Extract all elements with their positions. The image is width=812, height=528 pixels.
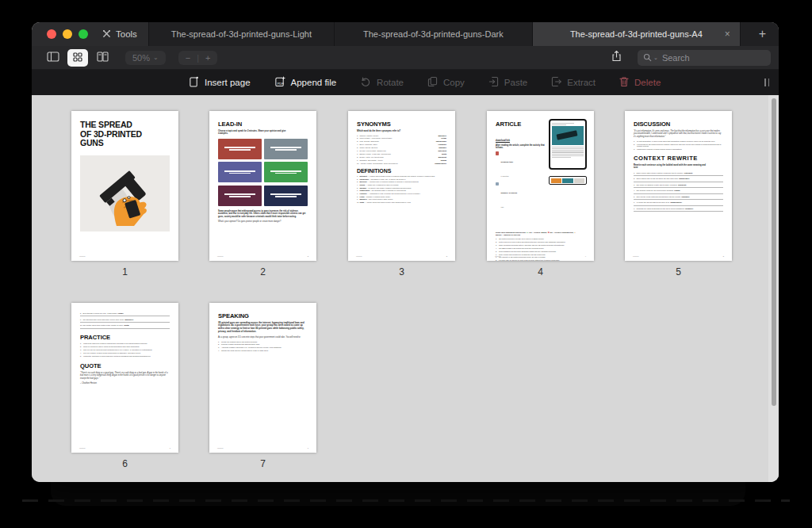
definition-row: Lethal – Capable of causing death; deadl… (357, 196, 446, 198)
footer-brand: eslbrains (217, 447, 224, 449)
synonym-row: Bullet, Cartridge, ShellLoophole (357, 143, 446, 146)
tab-light-version[interactable]: The-spread-of-3d-printed-guns-Light (148, 22, 334, 46)
title-bar: Tools The-spread-of-3d-printed-guns-Ligh… (32, 22, 779, 46)
footer-page-number: 2 (308, 255, 308, 257)
page-slot-6: Even though it looked like a toy, it was… (71, 303, 178, 469)
footer-brand: eslbrains (217, 255, 224, 257)
zoom-level-dropdown[interactable]: 50% ⌄ (125, 51, 166, 65)
definition-row: Untraceable – Impossible to track, find,… (357, 178, 446, 181)
practice-item: Think of a sentence where round means so… (80, 346, 170, 348)
page-thumbnail-1[interactable]: THE SPREAD OF 3D-PRINTED GUNS (71, 111, 178, 261)
page-thumbnail-6[interactable]: Even though it looked like a toy, it was… (71, 303, 178, 453)
photo-tile (264, 186, 308, 206)
two-page-view-button[interactable] (92, 49, 113, 67)
thumbnail-grid-view-button[interactable] (67, 49, 88, 67)
trash-icon (619, 76, 629, 89)
download-link[interactable]: download link (496, 140, 510, 142)
paste-button[interactable]: Paste (488, 76, 527, 89)
page-slot-7: SPEAKING 3D-printed guns are spreading a… (209, 303, 316, 469)
search-field[interactable]: ⌄ (638, 50, 771, 66)
practice-item: Give an example of when being unapologet… (80, 352, 170, 354)
discussion-question: What's more powerful in today's world: g… (634, 148, 723, 151)
zoom-window-button[interactable] (79, 29, 88, 39)
worksheet-title-line: THE SPREAD (80, 121, 170, 130)
rewrite-item: They hid the illegal parts and brought t… (634, 196, 723, 200)
sidebar-toggle-button[interactable] (43, 49, 63, 67)
rewrite-item: Even though it looked like a toy, it was… (80, 312, 170, 316)
new-tab-button[interactable]: + (740, 22, 779, 46)
synonym-row: Deadly, Fatal, Life-threateningBlueprint (357, 156, 446, 159)
page-number-label: 2 (209, 266, 316, 277)
copy-icon (427, 76, 438, 89)
page-slot-1: THE SPREAD OF 3D-PRINTED GUNS (71, 111, 178, 277)
statement-item: The majority of 3D-printed guns sold onl… (496, 256, 585, 258)
discussion-questions: Is "just information" a valid excuse whe… (634, 140, 723, 151)
paste-icon (488, 76, 499, 89)
page-number-label: 5 (625, 266, 732, 277)
article-instruction: After reading the article, complete the … (496, 144, 548, 150)
statement-item: 3D-printed guns have already been used i… (496, 238, 585, 240)
speaking-step: Propose realistic solutions that address… (218, 343, 308, 346)
section-heading: QUOTE (80, 362, 170, 369)
tab-close-icon[interactable]: × (725, 29, 730, 40)
copy-button[interactable]: Copy (427, 76, 465, 89)
definition-row: Massacre – The violent killing of many p… (357, 198, 446, 201)
zoom-out-button[interactable]: − (186, 53, 190, 63)
section-heading: SYNONYMS (357, 121, 446, 128)
rewrite-item: The weapon could fire one bullet before … (634, 189, 723, 193)
close-window-button[interactable] (47, 29, 56, 39)
footer-page-number: 4 (585, 255, 586, 257)
lead-in-intro: Choose a topic and speak for 2 minutes. … (218, 130, 289, 136)
page-thumbnail-4[interactable]: ARTICLE download link After reading the … (487, 111, 594, 261)
photo-tile (264, 162, 308, 182)
pdf-app-window: Tools The-spread-of-3d-printed-guns-Ligh… (32, 22, 779, 482)
definition-row: Unapologetic – Not showing regret or rem… (357, 189, 446, 192)
stepper-divider: | (197, 53, 199, 63)
rewrite-item: There was no way to find out where the g… (634, 178, 723, 182)
article-thumbs-strip (549, 176, 587, 185)
toolbar-overflow-handle[interactable] (764, 78, 770, 86)
synonyms-subheading: Which word do the three synonyms refer t… (357, 130, 446, 133)
scrollbar-track[interactable] (768, 95, 779, 482)
statement-item: It is now easy for anyone to print a gun… (496, 259, 585, 261)
footer-page-number: 7 (308, 447, 308, 449)
definition-row: Junta – A military group that rules a co… (357, 201, 446, 204)
zoom-in-button[interactable]: + (205, 53, 210, 63)
share-button[interactable] (606, 49, 626, 67)
synonym-row: Undetectable, Anonymous, UnidentifiableL… (357, 137, 446, 140)
speaking-paragraph: 3D-printed guns are spreading across the… (218, 322, 308, 334)
page-thumbnail-3[interactable]: SYNONYMS Which word do the three synonym… (348, 111, 455, 261)
insert-page-button[interactable]: Insert page (189, 76, 251, 89)
footer-brand: eslbrains (633, 255, 639, 257)
statement-item: The BBC bought a 3D-printed gun from the… (496, 247, 585, 250)
statements-list: 3D-printed guns have already been used i… (496, 238, 585, 261)
append-file-button[interactable]: PDF Append file (274, 76, 337, 89)
section-heading: DISCUSSION (634, 121, 723, 128)
synonym-row: Plan, Design, SchematicUntraceable (357, 140, 446, 143)
page-number-label: 1 (71, 266, 178, 277)
footer-brand: eslbrains (79, 447, 86, 449)
extract-button[interactable]: Extract (551, 76, 596, 89)
minimize-window-button[interactable] (63, 29, 72, 39)
section-heading: SPEAKING (218, 312, 308, 319)
page-slot-2: LEAD-IN Choose a topic and speak for 2 m… (209, 111, 316, 277)
tab-a4-version-active[interactable]: The-spread-of-3d-printed-guns-A4 × (532, 22, 740, 46)
speaking-step: Anticipate possible objections (e.g., fr… (218, 346, 308, 349)
tab-dark-version[interactable]: The-spread-of-3d-printed-guns-Dark (334, 22, 532, 46)
tools-label: Tools (116, 29, 137, 39)
delete-button[interactable]: Delete (619, 76, 661, 89)
article-photo (552, 126, 584, 145)
definition-row: Blueprint – A detailed plan or technical… (357, 181, 446, 183)
page-thumbnail-7[interactable]: SPEAKING 3D-printed guns are spreading a… (209, 303, 316, 453)
scrollbar-thumb[interactable] (772, 98, 776, 406)
page-thumbnail-5[interactable]: DISCUSSION "It's just information. It's … (625, 111, 732, 261)
rotate-button[interactable]: Rotate (360, 76, 404, 89)
search-input[interactable] (662, 53, 765, 63)
speaking-steps: Identify the biggest risks of 3D-printed… (218, 341, 308, 352)
rewrite-item: The online file showed exactly how to ma… (634, 184, 723, 188)
rotate-icon (360, 76, 371, 89)
tools-menu-button[interactable]: Tools (99, 22, 148, 46)
page-thumbnail-2[interactable]: LEAD-IN Choose a topic and speak for 2 m… (209, 111, 316, 261)
quote-attribution: – Charlton Heston (80, 382, 170, 385)
chevron-down-icon: ⌄ (153, 54, 159, 61)
